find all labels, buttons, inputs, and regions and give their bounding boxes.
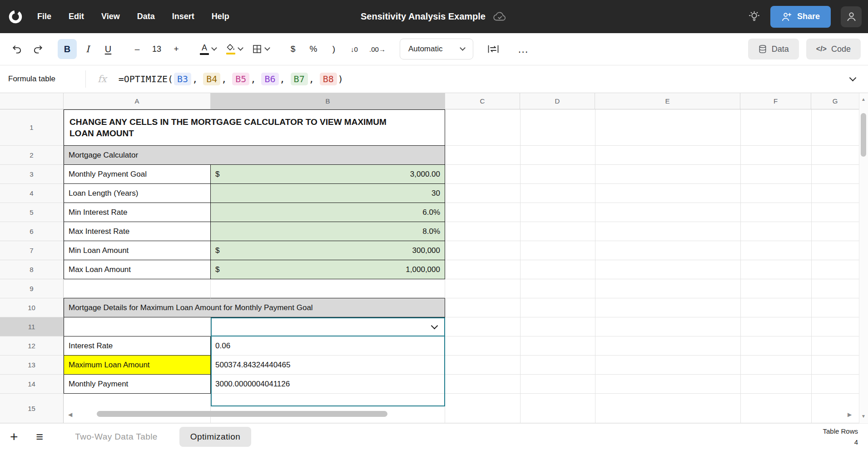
column-header-c[interactable]: C <box>445 93 520 109</box>
font-size-value[interactable]: 13 <box>148 39 165 59</box>
cell-a13-label-highlighted[interactable]: Maximum Loan Amount <box>64 356 211 375</box>
cell-b13-value[interactable]: 500374.84324440465 <box>211 356 445 375</box>
empty-cells[interactable] <box>445 356 859 375</box>
empty-cells[interactable] <box>445 375 859 394</box>
scroll-down-arrow[interactable]: ▼ <box>861 414 866 419</box>
menu-view[interactable]: View <box>101 12 120 21</box>
cell-b7-value[interactable]: $ 300,000 <box>211 241 445 260</box>
tab-optimization[interactable]: Optimization <box>179 427 251 447</box>
cell-a2-section-title[interactable]: Mortgage Calculator <box>64 146 445 165</box>
theme-bulb-icon[interactable] <box>748 10 760 23</box>
percent-format-button[interactable]: % <box>304 39 323 59</box>
cell-b6-value[interactable]: 8.0% <box>211 222 445 241</box>
currency-format-button[interactable]: $ <box>283 39 303 59</box>
empty-cells[interactable] <box>445 260 859 279</box>
code-panel-button[interactable]: </> Code <box>806 39 861 59</box>
row-header-14[interactable]: 14 <box>0 375 64 394</box>
cell-a10-section-title[interactable]: Mortgage Details for Maximum Loan Amount… <box>64 298 445 317</box>
empty-cells[interactable] <box>445 241 859 260</box>
selected-cell-b11[interactable] <box>211 317 445 336</box>
borders-button[interactable] <box>248 39 273 59</box>
cell-a5-label[interactable]: Min Interest Rate <box>64 203 211 222</box>
undo-button[interactable] <box>7 39 27 59</box>
formula-input[interactable]: =OPTIMIZE( B3 , B4 , B5 , B6 , B7 , B8 ) <box>119 73 343 85</box>
cell-a15[interactable] <box>64 394 211 423</box>
column-header-e[interactable]: E <box>595 93 740 109</box>
row-header-15[interactable]: 15 <box>0 394 64 423</box>
cell-a14-label[interactable]: Monthly Payment <box>64 375 211 394</box>
cell-a3-label[interactable]: Monthly Payment Goal <box>64 165 211 184</box>
row-header-2[interactable]: 2 <box>0 146 64 165</box>
horizontal-scrollbar-thumb[interactable] <box>97 411 387 417</box>
vertical-scrollbar[interactable]: ▲ ▼ <box>859 93 868 423</box>
empty-cells[interactable] <box>445 146 859 165</box>
empty-cells[interactable] <box>445 317 859 336</box>
data-panel-button[interactable]: Data <box>748 39 799 59</box>
vertical-scrollbar-thumb[interactable] <box>861 113 866 157</box>
redo-button[interactable] <box>28 39 48 59</box>
menu-file[interactable]: File <box>37 12 51 21</box>
empty-cells[interactable] <box>445 298 859 317</box>
number-format-select[interactable]: Automatic <box>400 39 474 59</box>
empty-cells[interactable] <box>445 184 859 203</box>
cell-b12-value[interactable]: 0.06 <box>211 336 445 356</box>
cell-a12-label[interactable]: Interest Rate <box>64 336 211 356</box>
decrease-decimal-button[interactable]: ↓0 <box>345 39 364 59</box>
comma-format-button[interactable]: ) <box>324 39 343 59</box>
column-header-f[interactable]: F <box>740 93 811 109</box>
empty-cells[interactable] <box>445 165 859 184</box>
underline-button[interactable]: U <box>99 39 118 59</box>
menu-help[interactable]: Help <box>212 12 229 21</box>
empty-cells[interactable] <box>445 222 859 241</box>
cell-b4-value[interactable]: 30 <box>211 184 445 203</box>
italic-button[interactable]: I <box>78 39 97 59</box>
cell-a6-label[interactable]: Max Interest Rate <box>64 222 211 241</box>
empty-cells[interactable] <box>445 109 859 146</box>
font-size-increase-button[interactable]: + <box>167 39 186 59</box>
more-options-button[interactable]: … <box>513 39 533 59</box>
cell-a11[interactable] <box>64 317 211 336</box>
cell-a4-label[interactable]: Loan Length (Years) <box>64 184 211 203</box>
font-size-decrease-button[interactable]: – <box>128 39 147 59</box>
cell-b14-value[interactable]: 3000.0000004041126 <box>211 375 445 394</box>
empty-cells[interactable] <box>445 203 859 222</box>
scroll-left-arrow[interactable]: ◀ <box>68 411 72 418</box>
cell-a1-note[interactable]: CHANGE ANY CELLS IN THE MORTGAGE CALCULA… <box>64 109 445 146</box>
cell-a8-label[interactable]: Max Loan Amount <box>64 260 211 279</box>
add-sheet-button[interactable]: + <box>10 430 18 444</box>
row-header-4[interactable]: 4 <box>0 184 64 203</box>
column-header-a[interactable]: A <box>64 93 211 109</box>
increase-decimal-button[interactable]: .00→ <box>365 39 390 59</box>
row-header-1[interactable]: 1 <box>0 109 64 146</box>
tab-two-way-data-table[interactable]: Two-Way Data Table <box>75 432 157 442</box>
row-header-5[interactable]: 5 <box>0 203 64 222</box>
row-header-6[interactable]: 6 <box>0 222 64 241</box>
empty-cells[interactable] <box>445 279 859 298</box>
empty-cells[interactable] <box>445 394 859 423</box>
row-header-13[interactable]: 13 <box>0 356 64 375</box>
cell-a7-label[interactable]: Min Loan Amount <box>64 241 211 260</box>
name-box[interactable]: Formula table <box>0 74 85 84</box>
fill-color-button[interactable] <box>222 39 247 59</box>
row-header-10[interactable]: 10 <box>0 298 64 317</box>
bold-button[interactable]: B <box>58 39 77 59</box>
menu-data[interactable]: Data <box>137 12 155 21</box>
app-logo-icon[interactable] <box>7 9 24 25</box>
column-header-d[interactable]: D <box>520 93 595 109</box>
column-header-g[interactable]: G <box>811 93 859 109</box>
share-button[interactable]: Share <box>770 6 831 28</box>
b11-dropdown-chevron-icon[interactable] <box>431 322 438 330</box>
empty-cells[interactable] <box>445 336 859 356</box>
cell-a9[interactable] <box>64 279 211 298</box>
select-all-corner[interactable] <box>0 93 64 109</box>
account-avatar-button[interactable] <box>841 6 862 27</box>
cell-b8-value[interactable]: $ 1,000,000 <box>211 260 445 279</box>
menu-edit[interactable]: Edit <box>69 12 84 21</box>
row-header-7[interactable]: 7 <box>0 241 64 260</box>
scroll-right-arrow[interactable]: ▶ <box>848 411 852 418</box>
row-header-8[interactable]: 8 <box>0 260 64 279</box>
row-header-11[interactable]: 11 <box>0 317 64 336</box>
cell-b9[interactable] <box>211 279 445 298</box>
formula-bar-expand-chevron[interactable] <box>849 74 857 82</box>
column-header-b[interactable]: B <box>211 93 445 109</box>
